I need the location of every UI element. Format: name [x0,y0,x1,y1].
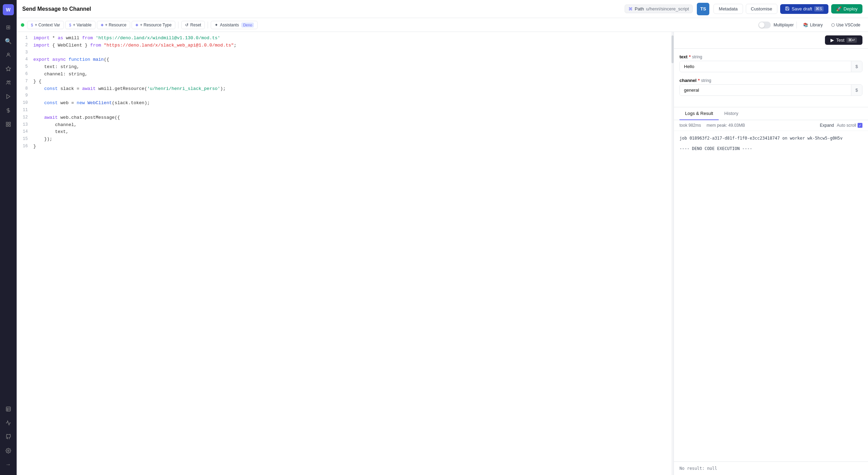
sidebar-item-github[interactable] [2,431,15,443]
line-content-6: channel: string, [33,71,674,78]
main-area: ⌘ Path u/henri/sincere_script TS Metadat… [17,0,868,475]
line-content-2: import { WebClient } from "https://deno.… [33,42,674,49]
dollar-icon: $ [31,23,33,27]
svg-point-14 [8,450,9,451]
sidebar-item-dollar[interactable] [2,104,15,117]
save-draft-button[interactable]: Save draft ⌘S [780,4,828,14]
tab-logs-result[interactable]: Logs & Result [679,107,719,120]
code-line-5: 5 text: string, [17,64,674,71]
text-field-group: text* string $ [679,54,862,72]
path-badge[interactable]: ⌘ Path u/henri/sincere_script [625,5,693,13]
text-input[interactable] [680,61,851,72]
text-field-wrap: $ [679,61,862,72]
channel-input[interactable] [680,85,851,95]
library-button[interactable]: 📚 Library [800,21,826,29]
multiplayer-label: Multiplayer [774,23,794,27]
code-line-3: 3 [17,49,674,57]
resource-type-button[interactable]: ◈ + Resource Type [132,21,175,29]
variable-button[interactable]: $ + Variable [65,21,95,29]
code-line-13: 13 channel, [17,122,674,129]
sidebar-item-star[interactable] [2,62,15,75]
context-var-button[interactable]: $ + Context Var [27,21,64,29]
line-content-5: text: string, [33,64,674,71]
variable-icon: $ [69,23,71,27]
sidebar-item-chart[interactable] [2,417,15,429]
code-line-14: 14 text, [17,128,674,136]
customise-button[interactable]: Customise [746,4,777,14]
code-line-2: 2 import { WebClient } from "https://den… [17,42,674,49]
resource-button[interactable]: ◈ + Resource [97,21,131,29]
multiplayer-toggle: Multiplayer [758,22,794,28]
test-button[interactable]: ▶ Test ⌘↵ [825,35,862,45]
code-line-6: 6 channel: string, [17,71,674,78]
line-num-7: 7 [17,78,33,85]
sidebar-item-home[interactable]: ⊞ [2,21,15,33]
line-content-8: const slack = await wmill.getResource('u… [33,85,674,93]
channel-dollar-button[interactable]: $ [851,85,862,95]
vscode-label: Use VSCode [836,23,860,27]
text-label-text: text [679,54,687,59]
line-content-3 [33,49,674,57]
line-num-11: 11 [17,107,33,114]
line-content-9 [33,92,674,100]
content-area: 1 import * as wmill from 'https://deno.l… [17,32,868,475]
toolbar: $ + Context Var $ + Variable ◈ + Resourc… [17,18,868,32]
line-num-8: 8 [17,85,33,92]
code-line-11: 11 [17,107,674,114]
sidebar-item-grid[interactable] [2,118,15,131]
svg-rect-6 [6,122,8,124]
code-content: 1 import * as wmill from 'https://deno.l… [17,32,674,153]
log-line-1: job 018963f2-a317-d81f-f1f0-e3cc23418747… [679,135,862,141]
auto-scroll-toggle[interactable]: Auto scroll ✓ [837,123,862,128]
sidebar-item-search[interactable]: 🔍 [2,35,15,47]
sidebar-item-play[interactable] [2,90,15,103]
reset-icon: ↺ [185,23,189,27]
logs-mem-peak: mem peak: 49.03MB [707,123,745,128]
log-line-2: ---- DENO CODE EXECUTION ---- [679,145,862,152]
text-field-label: text* string [679,54,862,59]
code-line-1: 1 import * as wmill from 'https://deno.l… [17,35,674,42]
editor-scrollbar [671,32,674,475]
sidebar-logo[interactable]: W [3,4,14,15]
sidebar-item-user[interactable] [2,49,15,61]
auto-scroll-checkbox[interactable]: ✓ [858,123,862,128]
line-num-10: 10 [17,100,33,106]
deploy-icon: 🚀 [836,6,842,11]
channel-required-mark: * [698,78,700,83]
save-icon [785,6,790,12]
sidebar-item-arrow[interactable]: → [2,458,15,471]
text-dollar-button[interactable]: $ [851,61,862,72]
reset-button[interactable]: ↺ Reset [181,21,205,29]
code-line-15: 15 }); [17,136,674,143]
sidebar-item-settings[interactable] [2,444,15,457]
svg-rect-8 [9,125,10,126]
test-label: Test [836,38,844,43]
vscode-button[interactable]: ⬡ Use VSCode [828,21,864,29]
path-label: Path [635,6,644,11]
line-content-4: export async function main({ [33,56,674,64]
test-bar: ▶ Test ⌘↵ [674,32,868,49]
metadata-button[interactable]: Metadata [713,4,743,14]
line-content-15: }); [33,136,674,143]
line-num-12: 12 [17,114,33,121]
assistants-button[interactable]: ✦ Assistants Deno [211,21,258,29]
test-kbd: ⌘↵ [846,38,857,43]
code-line-16: 16 } [17,143,674,150]
code-editor[interactable]: 1 import * as wmill from 'https://deno.l… [17,32,674,475]
sidebar-item-table[interactable] [2,403,15,415]
svg-marker-4 [7,94,10,99]
expand-label[interactable]: Expand [820,123,834,128]
line-content-7: } { [33,78,674,85]
svg-point-3 [9,81,10,82]
deploy-button[interactable]: 🚀 Deploy [831,4,862,14]
script-title-input[interactable] [22,6,620,12]
svg-rect-9 [6,125,8,126]
sidebar-item-users[interactable] [2,76,15,89]
context-var-label: + Context Var [35,23,60,27]
text-required-mark: * [689,54,691,59]
assistants-label: Assistants [220,23,239,27]
variable-label: + Variable [73,23,91,27]
tab-history[interactable]: History [719,107,744,120]
result-text: No result: null [679,466,717,471]
multiplayer-toggle-switch[interactable] [758,22,771,28]
